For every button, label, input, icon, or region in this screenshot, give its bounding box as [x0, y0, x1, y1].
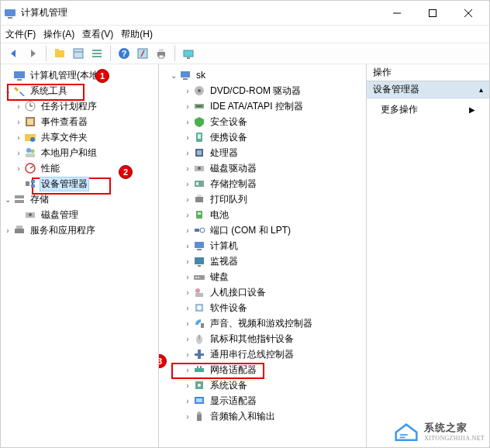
tree-local-users[interactable]: › 本地用户和组 — [1, 145, 158, 160]
expand-icon[interactable]: › — [182, 366, 193, 374]
minimize-button[interactable] — [379, 1, 415, 26]
device-category[interactable]: ›电池 — [159, 207, 366, 222]
device-icon — [193, 84, 205, 97]
computer-mgmt-icon — [13, 69, 26, 81]
device-category[interactable]: ›监视器 — [159, 253, 366, 269]
device-category[interactable]: ›便携设备 — [159, 129, 366, 145]
expand-icon[interactable]: › — [182, 381, 193, 390]
expand-icon[interactable]: › — [182, 335, 193, 343]
tree-root[interactable]: › 计算机管理(本地 — [1, 67, 158, 83]
menu-file[interactable]: 文件(F) — [5, 28, 36, 41]
expand-icon[interactable]: › — [13, 133, 24, 142]
forward-button[interactable] — [24, 45, 41, 62]
print-button[interactable] — [153, 45, 170, 62]
up-button[interactable] — [51, 45, 68, 62]
device-category[interactable]: ›打印队列 — [159, 191, 366, 207]
device-category[interactable]: ›计算机 — [159, 238, 366, 253]
expand-icon[interactable]: › — [182, 319, 193, 328]
properties-button[interactable] — [70, 45, 87, 62]
collapse-icon[interactable]: ⌄ — [168, 71, 179, 80]
expand-icon[interactable]: › — [182, 288, 193, 297]
expand-icon[interactable]: › — [182, 257, 193, 266]
svg-rect-1 — [8, 17, 12, 19]
expand-icon[interactable]: › — [13, 149, 24, 157]
menu-action[interactable]: 操作(A) — [43, 28, 74, 41]
device-category[interactable]: ›音频输入和输出 — [159, 408, 366, 424]
device-category[interactable]: ›声音、视频和游戏控制器 — [159, 315, 366, 331]
tree-services-apps[interactable]: › 服务和应用程序 — [1, 222, 158, 238]
maximize-button[interactable] — [415, 1, 450, 26]
device-label: 处理器 — [209, 146, 240, 160]
more-actions[interactable]: 更多操作 ▶ — [367, 98, 489, 121]
tree-storage[interactable]: ⌄ 存储 — [1, 191, 158, 207]
device-category[interactable]: ›IDE ATA/ATAPI 控制器 — [159, 98, 366, 114]
tree-performance[interactable]: › 性能 — [1, 160, 158, 176]
device-category[interactable]: ›软件设备 — [159, 300, 366, 315]
expand-icon[interactable]: › — [182, 273, 193, 281]
expand-icon[interactable]: › — [182, 164, 193, 173]
show-hidden-button[interactable] — [180, 45, 197, 62]
svg-point-47 — [198, 89, 201, 92]
device-category[interactable]: ›处理器 — [159, 145, 366, 160]
tree-disk-mgmt[interactable]: › 磁盘管理 — [1, 207, 158, 222]
refresh-button[interactable] — [134, 45, 151, 62]
expand-icon[interactable]: › — [182, 133, 193, 142]
svg-rect-49 — [196, 105, 202, 107]
device-category[interactable]: ›显示适配器 — [159, 393, 366, 408]
expand-icon[interactable]: › — [182, 412, 193, 421]
toolbar: ? — [1, 43, 489, 64]
device-category[interactable]: ›系统设备 — [159, 377, 366, 393]
expand-icon[interactable]: › — [182, 195, 193, 204]
expand-icon[interactable]: › — [182, 211, 193, 219]
device-category[interactable]: ›存储控制器 — [159, 176, 366, 191]
device-category[interactable]: ›安全设备 — [159, 114, 366, 129]
device-category[interactable]: ›DVD/CD-ROM 驱动器 — [159, 83, 366, 98]
expand-icon[interactable]: › — [13, 102, 24, 111]
menu-help[interactable]: 帮助(H) — [121, 28, 153, 41]
help-button[interactable]: ? — [116, 45, 133, 62]
back-button[interactable] — [5, 45, 22, 62]
tree-event-viewer[interactable]: › 事件查看器 — [1, 114, 158, 129]
tree-task-scheduler[interactable]: › 任务计划程序 — [1, 98, 158, 114]
device-icon — [193, 271, 205, 283]
device-category[interactable]: ›端口 (COM 和 LPT) — [159, 222, 366, 238]
collapse-icon[interactable]: ⌄ — [2, 195, 13, 204]
disk-icon — [24, 208, 36, 221]
actions-section[interactable]: 设备管理器 ▴ — [367, 81, 489, 98]
device-category[interactable]: ›通用串行总线控制器 — [159, 346, 366, 362]
close-button[interactable] — [450, 1, 486, 26]
expand-icon[interactable]: › — [182, 304, 193, 312]
svg-rect-57 — [196, 182, 198, 185]
expand-icon[interactable]: › — [182, 118, 193, 126]
device-icon — [193, 162, 205, 174]
tree-system-tools[interactable]: ⌄ 系统工具 — [1, 83, 158, 98]
expand-icon[interactable]: › — [182, 226, 193, 235]
svg-rect-3 — [430, 9, 437, 16]
tree-shared-folders[interactable]: › 共享文件夹 — [1, 129, 158, 145]
device-root[interactable]: ⌄ sk — [159, 67, 366, 83]
device-category[interactable]: ›磁盘驱动器 — [159, 160, 366, 176]
expand-icon[interactable]: › — [13, 118, 24, 126]
users-icon — [24, 146, 36, 159]
device-category[interactable]: ›键盘 — [159, 269, 366, 284]
expand-icon[interactable]: › — [182, 102, 193, 111]
collapse-icon[interactable]: ⌄ — [2, 87, 13, 95]
device-category[interactable]: ›人机接口设备 — [159, 284, 366, 300]
device-label: 音频输入和输出 — [209, 409, 277, 424]
expand-icon[interactable]: › — [182, 397, 193, 405]
expand-icon[interactable]: › — [13, 164, 24, 173]
expand-icon[interactable]: › — [182, 149, 193, 157]
clock-icon — [24, 100, 36, 112]
svg-rect-66 — [195, 257, 204, 264]
device-category[interactable]: ›网络适配器 — [159, 362, 366, 377]
expand-icon[interactable]: › — [182, 350, 193, 359]
menu-view[interactable]: 查看(V) — [82, 28, 113, 41]
device-label: 电池 — [209, 208, 230, 222]
tree-device-manager[interactable]: › 设备管理器 — [1, 176, 158, 191]
expand-icon[interactable]: › — [182, 242, 193, 250]
expand-icon[interactable]: › — [182, 180, 193, 188]
device-category[interactable]: ›鼠标和其他指针设备 — [159, 331, 366, 346]
list-button[interactable] — [88, 45, 105, 62]
expand-icon[interactable]: › — [2, 226, 13, 235]
expand-icon[interactable]: › — [182, 87, 193, 95]
